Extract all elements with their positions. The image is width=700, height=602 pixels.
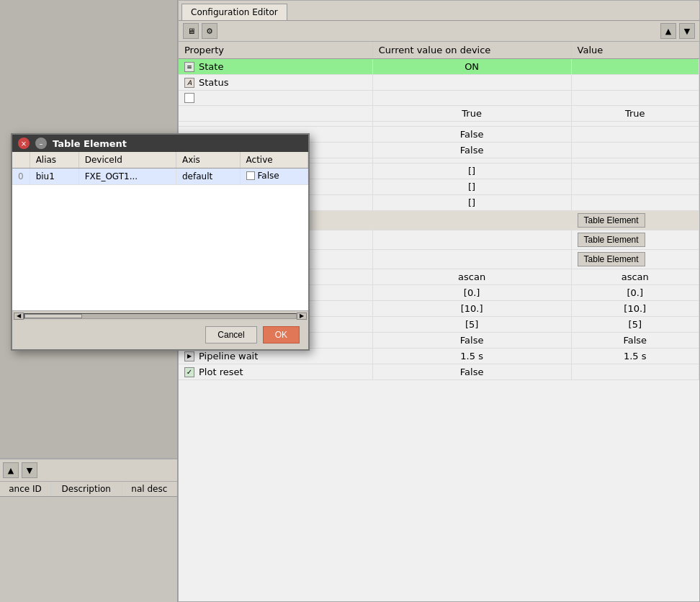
modal-col-axis: Axis [176,152,240,169]
modal-col-alias: Alias [30,152,78,169]
ok-button[interactable]: OK [263,326,300,343]
scrollbar-track[interactable] [24,313,297,319]
modal-table-row[interactable]: 0 biu1 FXE_OGT1... default False [12,169,308,185]
modal-col-active: Active [240,152,308,169]
modal-titlebar: × – Table Element [12,135,308,152]
alias-cell: biu1 [30,169,78,185]
modal-buttons: Cancel OK [12,320,308,349]
modal-minimize-button[interactable]: – [35,138,47,149]
modal-overlay: × – Table Element Alias DeviceId Axis Ac… [0,0,700,602]
empty-table-area [12,185,308,300]
scroll-left-btn[interactable]: ◀ [14,313,24,320]
row-number: 0 [12,169,30,185]
active-checkbox[interactable] [246,171,255,180]
axis-cell: default [176,169,240,185]
modal-close-button[interactable]: × [18,138,30,149]
scroll-right-btn[interactable]: ▶ [297,313,307,320]
modal-table: Alias DeviceId Axis Active 0 biu1 FXE_OG… [12,152,308,185]
modal-col-rownum [12,152,30,169]
modal-horizontal-scrollbar[interactable]: ◀ ▶ [12,310,308,320]
deviceid-cell: FXE_OGT1... [78,169,176,185]
modal-content: Alias DeviceId Axis Active 0 biu1 FXE_OG… [12,152,308,349]
modal-table-area: Alias DeviceId Axis Active 0 biu1 FXE_OG… [12,152,308,310]
cancel-button[interactable]: Cancel [205,326,256,343]
modal-title: Table Element [53,138,127,149]
active-cell: False [240,169,308,185]
scrollbar-thumb[interactable] [24,314,82,318]
table-element-dialog: × – Table Element Alias DeviceId Axis Ac… [11,133,310,351]
modal-col-deviceid: DeviceId [78,152,176,169]
